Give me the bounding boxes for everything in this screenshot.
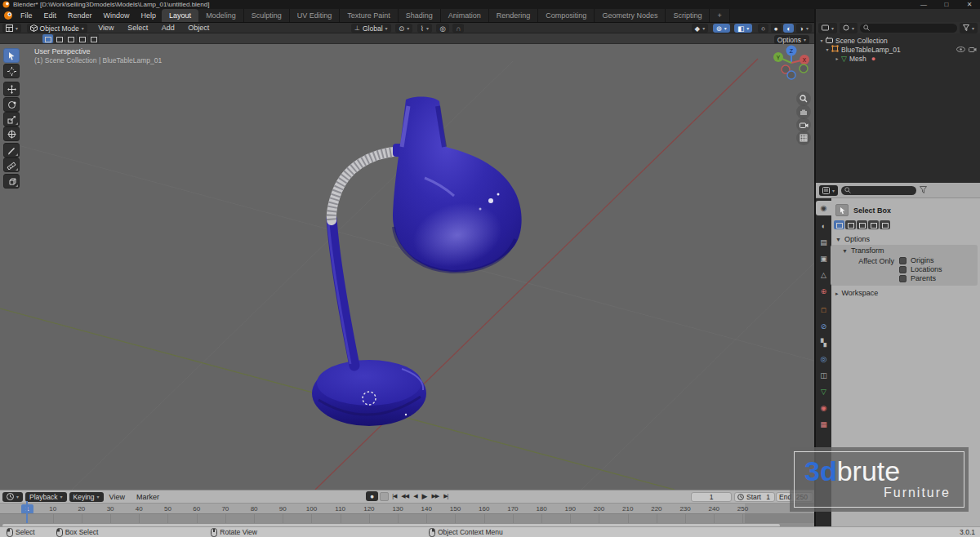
tool-transform[interactable] xyxy=(3,126,20,141)
mode-dropdown[interactable]: Object Mode▾ xyxy=(27,24,87,33)
prop-select-mode-intersect[interactable] xyxy=(880,220,890,229)
workspace-tab-layout[interactable]: Layout xyxy=(162,9,198,22)
options-panel-header[interactable]: ▼Options xyxy=(835,235,870,243)
tool-add-cube[interactable] xyxy=(3,174,20,189)
locations-checkbox[interactable] xyxy=(899,266,906,273)
shading-material-preview-button[interactable]: ◐ xyxy=(783,24,794,33)
xray-toggle[interactable]: ◧▾ xyxy=(734,24,752,33)
viewport-menu-add[interactable]: Add xyxy=(156,23,180,33)
maximize-button[interactable]: □ xyxy=(936,0,957,9)
tab-world[interactable]: ⊕ xyxy=(816,284,831,299)
origins-checkbox[interactable] xyxy=(899,257,906,264)
outliner-search-input[interactable] xyxy=(860,24,957,33)
timeline-marker-menu[interactable]: Marker xyxy=(131,493,165,501)
workspace-tab-shading[interactable]: Shading xyxy=(399,9,441,22)
menu-file[interactable]: File xyxy=(15,9,38,22)
jump-to-end-button[interactable]: ▶| xyxy=(442,491,449,501)
workspace-panel-header[interactable]: ▸Workspace xyxy=(835,289,878,297)
select-mode-subtract[interactable] xyxy=(65,34,76,43)
tab-scene[interactable]: △ xyxy=(816,268,831,282)
proportional-falloff-dropdown[interactable]: ∩ xyxy=(452,24,464,33)
tool-rotate[interactable] xyxy=(3,97,20,112)
prop-select-mode-new[interactable] xyxy=(834,220,844,229)
playback-menu[interactable]: Playback▾ xyxy=(25,492,67,502)
current-frame-field[interactable]: 1 xyxy=(691,492,732,502)
tab-render[interactable]: ◐ xyxy=(816,219,831,233)
add-workspace-button[interactable]: + xyxy=(710,9,729,22)
timeline-view-menu[interactable]: View xyxy=(104,493,131,501)
outliner-filter-dropdown[interactable]: ▾ xyxy=(960,23,978,33)
select-mode-intersect[interactable] xyxy=(88,34,99,43)
start-frame-field[interactable]: Start1 xyxy=(734,492,775,502)
viewport-menu-select[interactable]: Select xyxy=(122,23,154,33)
workspace-tab-animation[interactable]: Animation xyxy=(441,9,489,22)
outliner-display-mode-dropdown[interactable]: ▾ xyxy=(818,23,837,33)
timeline-ruler[interactable]: 1 10203040506070809010011012013014015016… xyxy=(0,503,814,513)
prop-select-mode-subtract[interactable] xyxy=(857,220,867,229)
tool-annotate[interactable] xyxy=(3,143,20,158)
workspace-tab-modeling[interactable]: Modeling xyxy=(198,9,244,22)
viewport-3d[interactable]: Z X Y User Perspective (1) Scene Collect… xyxy=(0,44,814,490)
navigation-gizmo[interactable]: Z X Y xyxy=(773,46,809,80)
outliner-row-scene-collection[interactable]: ▾ Scene Collection xyxy=(816,36,980,45)
properties-search-input[interactable] xyxy=(841,186,916,195)
workspace-tab-scripting[interactable]: Scripting xyxy=(666,9,710,22)
tool-scale[interactable] xyxy=(3,112,20,126)
tab-tool[interactable]: ◉ xyxy=(816,201,831,215)
tab-view-layer[interactable]: ▣ xyxy=(816,251,831,266)
playhead-line[interactable] xyxy=(26,501,28,523)
tool-cursor[interactable] xyxy=(3,64,20,78)
transform-panel-header[interactable]: ▼Transform xyxy=(842,246,884,255)
tool-measure[interactable] xyxy=(3,158,20,172)
timeline-channels[interactable] xyxy=(0,513,814,523)
pivot-point-dropdown[interactable]: ⊙▾ xyxy=(395,24,412,33)
minimize-button[interactable]: — xyxy=(913,0,934,9)
menu-edit[interactable]: Edit xyxy=(38,9,63,22)
outliner-restriction-dropdown[interactable]: ▾ xyxy=(840,23,858,33)
jump-to-start-button[interactable]: |◀ xyxy=(390,491,398,501)
workspace-tab-uv-editing[interactable]: UV Editing xyxy=(290,9,341,22)
properties-editor-type-button[interactable]: ▾ xyxy=(819,185,838,196)
tab-particles[interactable]: ▚ xyxy=(816,335,831,350)
parents-checkbox[interactable] xyxy=(899,275,906,282)
record-button[interactable]: ● xyxy=(366,491,378,501)
transform-orientation-dropdown[interactable]: ⊥ Global▾ xyxy=(351,24,391,33)
workspace-tab-sculpting[interactable]: Sculpting xyxy=(244,9,290,22)
timeline-editor-type-button[interactable]: ▾ xyxy=(2,492,23,502)
select-mode-new[interactable] xyxy=(42,34,53,43)
prop-select-mode-extend[interactable] xyxy=(845,220,856,229)
select-mode-invert[interactable] xyxy=(77,34,87,43)
viewport-menu-object[interactable]: Object xyxy=(182,23,215,33)
workspace-tab-compositing[interactable]: Compositing xyxy=(538,9,595,22)
tab-constraints[interactable]: ◫ xyxy=(816,368,831,383)
disable-render-camera-icon[interactable] xyxy=(969,47,977,52)
tool-move[interactable] xyxy=(3,82,20,96)
menu-window[interactable]: Window xyxy=(98,9,136,22)
proportional-editing-toggle[interactable]: ◎ xyxy=(436,24,448,33)
perspective-toggle-button[interactable] xyxy=(796,131,811,145)
tab-texture[interactable]: ▦ xyxy=(816,417,831,432)
tab-data[interactable]: ▽ xyxy=(816,384,831,399)
prop-select-mode-invert[interactable] xyxy=(868,220,879,229)
outliner-row-mesh[interactable]: ▸ ▽ Mesh ● xyxy=(816,54,980,63)
show-gizmo-dropdown[interactable]: ◆▾ xyxy=(692,24,709,33)
blender-menu-icon[interactable] xyxy=(3,11,13,20)
menu-help[interactable]: Help xyxy=(136,9,163,22)
viewport-menu-view[interactable]: View xyxy=(92,23,119,33)
origins-checkbox-row[interactable]: Origins xyxy=(899,256,934,264)
select-mode-extend[interactable] xyxy=(54,34,65,43)
parents-checkbox-row[interactable]: Parents xyxy=(899,274,936,282)
locations-checkbox-row[interactable]: Locations xyxy=(899,265,942,273)
keying-menu[interactable]: Keying▾ xyxy=(69,492,104,502)
viewport-options-dropdown[interactable]: Options▾ xyxy=(774,35,809,44)
shading-wireframe-button[interactable]: ○ xyxy=(758,24,768,33)
menu-render[interactable]: Render xyxy=(62,9,98,22)
outliner-row-object[interactable]: ▾ BlueTableLamp_01 xyxy=(816,45,980,54)
editor-type-button[interactable]: ▾ xyxy=(2,24,21,33)
play-button[interactable]: ▶ xyxy=(421,491,429,501)
workspace-tab-texture-paint[interactable]: Texture Paint xyxy=(340,9,399,22)
workspace-tab-rendering[interactable]: Rendering xyxy=(489,9,539,22)
properties-filter-icon[interactable] xyxy=(920,186,927,195)
hide-viewport-eye-icon[interactable] xyxy=(956,47,965,52)
close-button[interactable]: ✕ xyxy=(959,0,980,9)
